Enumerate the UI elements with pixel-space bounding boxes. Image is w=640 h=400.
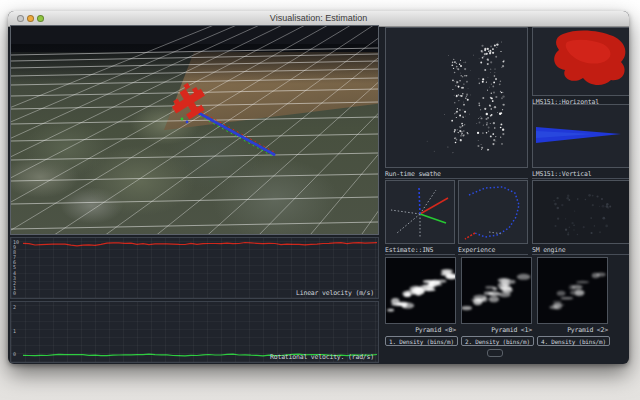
ins-y-axis bbox=[420, 214, 446, 223]
density-image-2 bbox=[538, 258, 607, 323]
plot-rotational-velocity[interactable]: 210 Rotational velocity. (rad/s) bbox=[10, 301, 379, 363]
caption-pyramid-1: Pyramid <1> bbox=[461, 326, 532, 334]
caption-experience: Experience bbox=[458, 246, 528, 255]
ins-z-axis bbox=[419, 188, 420, 214]
ins-axes bbox=[386, 181, 454, 243]
caption-runtime-swathe: Run-time swathe bbox=[385, 170, 528, 179]
lidar-vertical-scan bbox=[533, 105, 629, 167]
density-toggle-4[interactable]: 4. Density (bins/m) bbox=[537, 336, 610, 346]
caption-estimate-ins: Estimate::INS bbox=[385, 246, 455, 255]
caption-sm-engine: SM engine bbox=[532, 246, 629, 255]
vehicle-and-trajectory bbox=[11, 26, 378, 234]
panel-lms151-vertical[interactable] bbox=[532, 104, 629, 168]
y-axis-ticks: 210 bbox=[13, 305, 16, 357]
caption-pyramid-0: Pyramid <0> bbox=[385, 326, 456, 334]
plot-linear-velocity[interactable]: 109876543210 Linear velocity (m/s) bbox=[10, 237, 379, 299]
window-grip[interactable] bbox=[487, 349, 503, 357]
trajectory-green-ticks bbox=[196, 114, 274, 157]
density-image-0 bbox=[386, 258, 455, 323]
density-image-1 bbox=[462, 258, 531, 323]
panel-sm-engine[interactable] bbox=[532, 180, 629, 244]
panel-pyramid-0[interactable] bbox=[385, 257, 456, 324]
y-axis-ticks: 109876543210 bbox=[13, 240, 19, 296]
window-title: Visualisation: Estimation bbox=[8, 13, 629, 23]
experience-path bbox=[459, 181, 527, 243]
panel-estimate-ins[interactable] bbox=[385, 180, 455, 244]
viewport-3d[interactable] bbox=[10, 25, 379, 235]
sm-engine-view bbox=[533, 181, 629, 243]
trajectory-line bbox=[197, 112, 275, 155]
app-window: Visualisation: Estimation bbox=[8, 11, 629, 364]
point-cloud bbox=[386, 28, 527, 167]
panel-pyramid-1[interactable] bbox=[461, 257, 532, 324]
caption-pyramid-2: Pyramid <2> bbox=[537, 326, 608, 334]
lidar-horizontal-scan bbox=[533, 28, 629, 95]
experience-path-red-tail bbox=[465, 233, 475, 239]
panel-experience[interactable] bbox=[458, 180, 528, 244]
trajectory-red-ticks bbox=[198, 110, 276, 153]
panel-lms151-horizontal[interactable] bbox=[532, 27, 629, 96]
caption-lms151-vertical: LMS151::Vertical bbox=[532, 170, 629, 179]
density-toggle-2[interactable]: 2. Density (bins/m) bbox=[461, 336, 534, 346]
plot-label: Rotational velocity. (rad/s) bbox=[270, 353, 374, 361]
panel-runtime-swathe[interactable] bbox=[385, 27, 528, 168]
ins-x-axis bbox=[420, 198, 448, 214]
panel-pyramid-2[interactable] bbox=[537, 257, 608, 324]
plot-label: Linear velocity (m/s) bbox=[296, 289, 374, 297]
density-toggle-1[interactable]: 1. Density (bins/m) bbox=[385, 336, 458, 346]
